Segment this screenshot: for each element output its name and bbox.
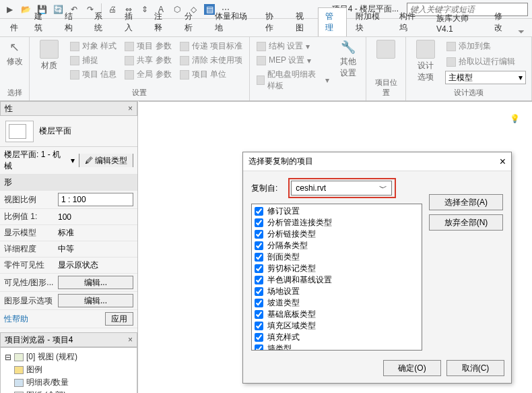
- design-icon: [416, 40, 435, 59]
- list-item: 剖面类型: [255, 251, 419, 263]
- schedule-icon: [14, 379, 24, 387]
- lightbulb-icon[interactable]: 💡: [510, 114, 520, 123]
- checkbox[interactable]: [255, 253, 263, 262]
- tab-14[interactable]: 修改: [487, 7, 516, 36]
- copy-from-combo[interactable]: ceshi.rvt ﹀: [291, 181, 392, 195]
- main-model-combo[interactable]: 主模型▾: [445, 71, 526, 84]
- obj-style-button[interactable]: 对象 样式: [69, 40, 118, 53]
- list-item: 填充区域类型: [255, 320, 419, 332]
- transfer-std-button[interactable]: 传递 项目标准: [178, 40, 244, 53]
- cancel-button[interactable]: 取消(C): [446, 360, 504, 376]
- material-icon: [40, 40, 59, 59]
- checkbox[interactable]: [255, 276, 263, 284]
- add-icon: [446, 42, 456, 51]
- checkbox[interactable]: [255, 230, 263, 239]
- tree-item-sheets[interactable]: 图纸 (全部): [5, 389, 133, 393]
- gear-icon: [70, 42, 79, 51]
- proj-info-button[interactable]: 项目 信息: [69, 68, 118, 81]
- help-icon[interactable]: ⏷: [517, 27, 529, 36]
- tab-13[interactable]: 族库大师V4.1: [429, 9, 486, 36]
- checkbox[interactable]: [255, 207, 263, 216]
- checkbox[interactable]: [255, 310, 263, 319]
- chevron-down-icon[interactable]: ▾: [71, 156, 75, 165]
- group-settings-label: 设置: [132, 88, 147, 98]
- apply-button[interactable]: 应用: [105, 312, 133, 326]
- select-all-button[interactable]: 选择全部(A): [429, 194, 503, 210]
- checkbox[interactable]: [255, 287, 263, 296]
- checkbox[interactable]: [255, 333, 263, 342]
- proj-param-button[interactable]: 项目 参数: [123, 40, 172, 53]
- list-item: 半色调和基线设置: [255, 274, 419, 286]
- add-to-set-button[interactable]: 添加到集: [445, 40, 526, 53]
- close-icon[interactable]: ×: [128, 335, 133, 344]
- struct-set-button[interactable]: 结构 设置▾: [255, 40, 331, 53]
- edit-type-button[interactable]: 🖉编辑类型: [79, 154, 133, 167]
- info-icon: [70, 70, 79, 80]
- units-button[interactable]: 项目 单位: [178, 68, 244, 81]
- tab-10[interactable]: 管理: [318, 7, 347, 36]
- app-menu-icon[interactable]: ▶: [4, 4, 15, 15]
- close-icon[interactable]: ×: [128, 104, 133, 113]
- tab-11[interactable]: 附加模块: [348, 7, 391, 36]
- design-opt-button[interactable]: 设计 选项: [411, 40, 440, 83]
- part-vis-combo[interactable]: 显示原状态: [58, 260, 133, 271]
- panel-sched-button[interactable]: 配电盘明细表 样板▾: [255, 68, 331, 92]
- tab-8[interactable]: 协作: [258, 7, 287, 36]
- tree-item-legend[interactable]: 图例: [5, 363, 133, 376]
- vis-gfx-button[interactable]: 编辑...: [58, 276, 133, 289]
- tab-0[interactable]: 件: [3, 19, 26, 36]
- tab-5[interactable]: 注释: [147, 7, 176, 36]
- tab-9[interactable]: 视图: [288, 7, 317, 36]
- checkbox[interactable]: [255, 322, 263, 330]
- tree-item-schedule[interactable]: 明细表/数量: [5, 376, 133, 389]
- type-thumb-icon: [5, 121, 34, 142]
- tab-2[interactable]: 结构: [57, 7, 86, 36]
- checkbox[interactable]: [255, 241, 263, 250]
- checkbox[interactable]: [255, 264, 263, 273]
- properties-panel-header: 性 ×: [0, 101, 137, 116]
- checkbox[interactable]: [255, 344, 263, 351]
- discard-all-button[interactable]: 放弃全部(N): [429, 214, 503, 231]
- type-label: 楼层平面: [39, 125, 71, 137]
- ribbon-group-select: ↖ 修改 选择: [0, 37, 30, 100]
- disp-model-combo[interactable]: 标准: [58, 227, 133, 239]
- material-button[interactable]: 材质: [35, 40, 63, 71]
- tab-12[interactable]: 构件坞: [392, 7, 428, 36]
- ribbon-group-design-options: 设计 选项 添加到集 拾取以进行编辑 主模型▾ 设计选项: [406, 37, 532, 100]
- mep-icon: [257, 56, 266, 65]
- snap-button[interactable]: 捕捉: [69, 54, 118, 67]
- list-item: 坡道类型: [255, 297, 419, 309]
- tab-4[interactable]: 插入: [117, 7, 146, 36]
- modify-button[interactable]: ↖ 修改: [1, 40, 29, 67]
- tab-6[interactable]: 分析: [177, 7, 206, 36]
- other-settings-button[interactable]: 🔧 其他 设置: [336, 40, 360, 79]
- checkbox[interactable]: [255, 218, 263, 227]
- location-button[interactable]: [372, 40, 400, 59]
- ok-button[interactable]: 确定(O): [383, 360, 441, 376]
- scale-value: 100: [58, 212, 133, 222]
- close-icon[interactable]: ×: [500, 156, 506, 168]
- type-selector[interactable]: 楼层平面: [0, 116, 137, 147]
- pick-edit-button[interactable]: 拾取以进行编辑: [445, 55, 526, 68]
- tab-3[interactable]: 系统: [87, 7, 116, 36]
- tab-1[interactable]: 建筑: [27, 7, 56, 36]
- detail-combo[interactable]: 中等: [58, 243, 133, 255]
- shared-param-button[interactable]: 共享 参数: [123, 54, 172, 67]
- dialog-title: 选择要复制的项目: [248, 156, 313, 167]
- purge-button[interactable]: 清除 未使用项: [178, 54, 244, 67]
- ribbon-group-location: 项目位置: [366, 37, 406, 100]
- checkbox[interactable]: [255, 299, 263, 307]
- copy-from-row: 复制自: ceshi.rvt ﹀: [251, 178, 422, 198]
- scale-combo[interactable]: 1 : 100: [58, 193, 133, 206]
- standards-list[interactable]: 修订设置 分析管道连接类型 分析链接类型 分隔条类型 剖面类型 剪切标记类型 半…: [251, 204, 422, 351]
- tab-7[interactable]: 体量和场地: [207, 7, 257, 36]
- global-param-button[interactable]: 全局 参数: [123, 68, 172, 81]
- mep-set-button[interactable]: MEP 设置▾: [255, 54, 331, 67]
- chevron-down-icon: ▾: [519, 73, 523, 82]
- gfx-opt-button[interactable]: 编辑...: [58, 294, 133, 307]
- modify-label: 修改: [7, 56, 23, 67]
- browser-panel-header: 项目浏览器 - 项目4 ×: [0, 332, 137, 347]
- highlight-box: ceshi.rvt ﹀: [288, 178, 396, 198]
- help-link[interactable]: 性帮助: [4, 313, 28, 325]
- tree-item-views[interactable]: ⊟[0] 视图 (规程): [5, 351, 133, 363]
